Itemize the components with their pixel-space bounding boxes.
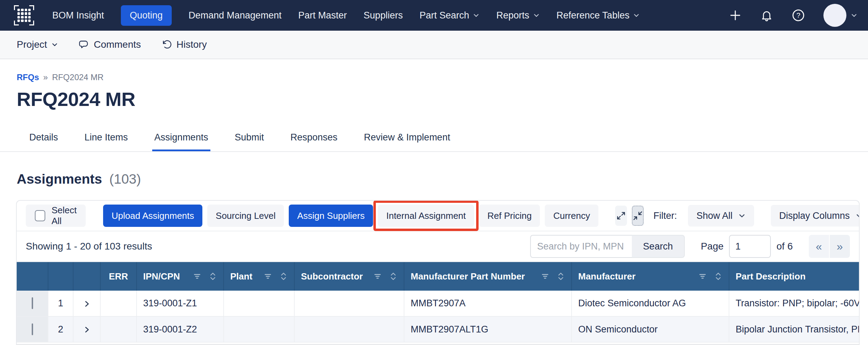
select-all-checkbox[interactable] — [35, 210, 45, 221]
app-logo-icon[interactable] — [14, 5, 34, 25]
page-total: of 6 — [776, 241, 793, 252]
ref-pricing-button[interactable]: Ref Pricing — [479, 205, 540, 227]
filter-dropdown[interactable]: Show All — [688, 205, 754, 227]
red-annotation-highlight: Internal Assignment — [378, 205, 474, 227]
tab-submit[interactable]: Submit — [233, 132, 266, 151]
user-menu[interactable] — [823, 4, 858, 27]
cell-ipn-cpn: 319-0001-Z2 — [137, 316, 224, 342]
history-icon — [161, 39, 172, 50]
expand-all-button[interactable] — [615, 206, 627, 226]
header-ipn-cpn[interactable]: IPN/CPN — [137, 262, 224, 291]
history-label: History — [177, 39, 207, 50]
search-group: Search — [530, 235, 685, 258]
assign-suppliers-button[interactable]: Assign Suppliers — [289, 205, 373, 227]
nav-item-part-search[interactable]: Part Search — [419, 10, 480, 21]
header-manufacturer-part-number[interactable]: Manufacturer Part Number — [404, 262, 572, 291]
notifications-bell-icon[interactable] — [760, 9, 773, 22]
nav-item-suppliers[interactable]: Suppliers — [364, 10, 403, 21]
history-button[interactable]: History — [161, 39, 207, 50]
pagination: « » — [809, 235, 850, 258]
help-icon[interactable]: ? — [791, 8, 805, 22]
chevron-down-icon — [855, 212, 860, 220]
header-manufacturer[interactable]: Manufacturer — [572, 262, 729, 291]
sort-icon[interactable] — [209, 271, 217, 282]
cell-err — [100, 291, 137, 316]
search-button[interactable]: Search — [632, 235, 685, 258]
sort-icon[interactable] — [557, 271, 565, 282]
nav-actions: ? — [729, 4, 858, 27]
sourcing-level-button[interactable]: Sourcing Level — [207, 205, 284, 227]
column-label: IPN/CPN — [143, 271, 180, 282]
search-input[interactable] — [530, 235, 632, 258]
filter-icon[interactable] — [263, 272, 272, 281]
sort-icon[interactable] — [279, 271, 288, 282]
header-subcontractor[interactable]: Subcontractor — [294, 262, 404, 291]
horizontal-scrollbar[interactable] — [17, 343, 859, 345]
currency-button[interactable]: Currency — [545, 205, 598, 227]
select-all-control[interactable]: Select All — [26, 205, 86, 227]
project-menu[interactable]: Project — [17, 39, 58, 50]
cell-manufacturer: Diotec Semiconductor AG — [572, 291, 729, 316]
previous-page-button[interactable]: « — [809, 235, 829, 258]
chevron-down-icon — [738, 212, 746, 220]
column-label: Manufacturer — [578, 271, 636, 282]
expand-icon — [616, 210, 626, 221]
upload-assignments-button[interactable]: Upload Assignments — [103, 205, 202, 227]
nav-item-demand-management[interactable]: Demand Management — [188, 10, 281, 21]
page-title: RFQ2024 MR — [17, 88, 868, 110]
row-checkbox[interactable] — [32, 297, 33, 309]
header-plant[interactable]: Plant — [224, 262, 294, 291]
tab-responses[interactable]: Responses — [288, 132, 340, 151]
header-select-column — [17, 262, 48, 291]
tab-review-implement[interactable]: Review & Implement — [362, 132, 452, 151]
expand-row-icon[interactable] — [83, 300, 91, 308]
collapse-icon — [633, 210, 643, 221]
cell-ipn-cpn: 319-0001-Z1 — [137, 291, 224, 316]
comments-label: Comments — [94, 39, 141, 50]
tab-line-items[interactable]: Line Items — [83, 132, 130, 151]
table-row: 2 319-0001-Z2 MMBT2907ALT1G ON Semicondu… — [17, 316, 860, 342]
page-number-input[interactable] — [729, 235, 771, 258]
chevron-down-icon — [851, 12, 858, 19]
display-columns-dropdown[interactable]: Display Columns — [771, 205, 860, 227]
collapse-all-button[interactable] — [632, 206, 644, 226]
breadcrumb: RFQs » RFQ2024 MR — [17, 72, 868, 82]
header-err[interactable]: ERR — [100, 262, 137, 291]
nav-item-reference-tables[interactable]: Reference Tables — [557, 10, 640, 21]
section-heading: Assignments (103) — [17, 171, 868, 187]
internal-assignment-button[interactable]: Internal Assignment — [378, 205, 474, 227]
filter-icon[interactable] — [373, 272, 382, 281]
comments-button[interactable]: Comments — [78, 39, 141, 50]
expand-row-icon[interactable] — [83, 325, 91, 334]
add-icon[interactable] — [729, 9, 742, 22]
filter-icon[interactable] — [193, 272, 202, 281]
column-label: Manufacturer Part Number — [411, 271, 525, 282]
filter-value: Show All — [696, 210, 733, 221]
sort-icon[interactable] — [389, 271, 397, 282]
assignments-toolbar: Select All Upload Assignments Sourcing L… — [17, 201, 859, 231]
cell-plant — [224, 291, 294, 316]
nav-item-reports[interactable]: Reports — [496, 10, 540, 21]
nav-item-quoting[interactable]: Quoting — [121, 5, 172, 26]
breadcrumb-link-rfqs[interactable]: RFQs — [17, 72, 39, 82]
cell-part-description: Transistor: PNP; bipolar; -60V; — [729, 291, 860, 316]
table-row: 1 319-0001-Z1 MMBT2907A Diotec Semicondu… — [17, 291, 860, 316]
nav-item-bom-insight[interactable]: BOM Insight — [52, 10, 104, 21]
filter-icon[interactable] — [698, 272, 707, 281]
next-page-button[interactable]: » — [830, 235, 850, 258]
chevron-down-icon — [473, 12, 480, 19]
header-row-number-column — [48, 262, 73, 291]
row-checkbox[interactable] — [32, 323, 33, 335]
tab-details[interactable]: Details — [27, 132, 60, 151]
nav-item-part-master[interactable]: Part Master — [298, 10, 347, 21]
sort-icon[interactable] — [714, 271, 722, 282]
cell-manufacturer: ON Semiconductor — [572, 316, 729, 342]
filter-icon[interactable] — [541, 272, 550, 281]
page-label: Page — [701, 241, 723, 252]
tab-assignments[interactable]: Assignments — [152, 132, 210, 151]
comments-icon — [78, 39, 90, 50]
nav-items: BOM Insight Quoting Demand Management Pa… — [52, 5, 640, 26]
results-bar: Showing 1 - 20 of 103 results Search Pag… — [17, 231, 859, 262]
header-part-description[interactable]: Part Description — [729, 262, 860, 291]
tab-bar: Details Line Items Assignments Submit Re… — [0, 132, 868, 152]
